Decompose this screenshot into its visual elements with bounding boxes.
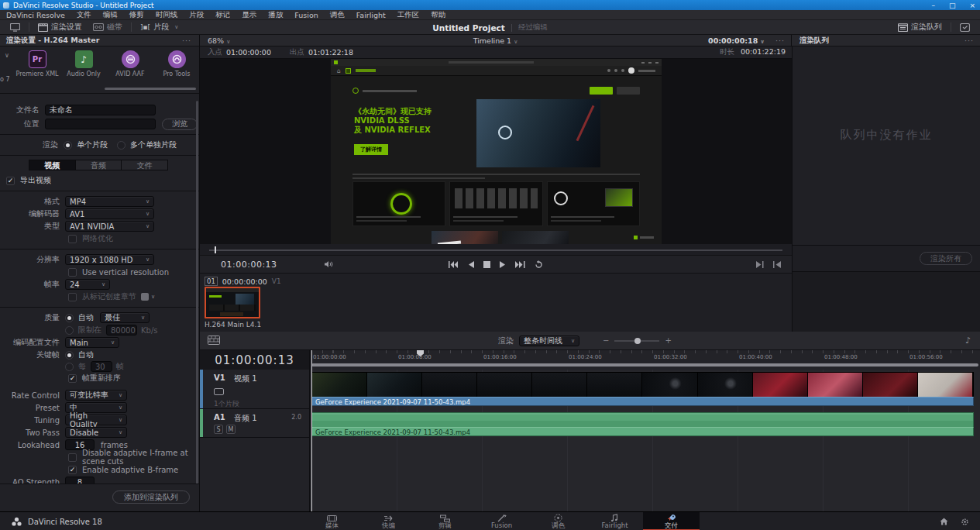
chevron-down-icon[interactable]: ∨ <box>151 294 155 300</box>
network-optimization-checkbox[interactable] <box>68 235 77 243</box>
menu-help[interactable]: 帮助 <box>431 10 445 20</box>
timeline-view-icon[interactable] <box>208 336 220 346</box>
stop-button[interactable] <box>483 261 490 268</box>
radio-keyframes-auto[interactable] <box>65 351 74 360</box>
page-deliver[interactable]: 交付 <box>643 512 700 530</box>
radio-quality-restrict[interactable] <box>65 326 74 335</box>
video-track-header[interactable]: V1 视频 1 1个片段 <box>200 370 309 409</box>
preset-pro-tools[interactable]: Pro Tools <box>153 50 199 77</box>
page-color[interactable]: 调色 <box>530 512 586 530</box>
play-reverse-button[interactable] <box>468 261 474 268</box>
menu-color[interactable]: 调色 <box>330 10 345 20</box>
mute-button[interactable]: M <box>226 425 236 434</box>
panel-layout-toggle[interactable] <box>954 22 975 33</box>
video-clip[interactable]: GeForce Experience 2021-09-07 11-50-43.m… <box>311 372 974 406</box>
options-menu-icon[interactable]: ··· <box>182 36 191 45</box>
last-frame-button[interactable] <box>515 261 525 268</box>
viewer-stage[interactable]: ⌂ 《永劫无间》现已支持 NVIDIA DLSS 及 NVIDIA REFLEX <box>200 59 792 244</box>
two-pass-select[interactable]: Disable∨ <box>65 427 127 438</box>
play-from-in-button[interactable] <box>773 261 781 268</box>
framerate-select[interactable]: 24∨ <box>65 279 110 290</box>
menu-trim[interactable]: 修剪 <box>129 10 144 20</box>
close-button[interactable]: × <box>969 2 975 9</box>
bitrate-input[interactable]: 80000 <box>106 325 137 336</box>
settings-gear-button[interactable] <box>961 518 969 526</box>
zoom-out-icon[interactable]: − <box>603 336 609 345</box>
track-lanes[interactable]: GeForce Experience 2021-09-07 11-50-43.m… <box>310 370 980 511</box>
scrub-playhead[interactable] <box>215 246 216 253</box>
menu-fusion[interactable]: Fusion <box>294 11 318 19</box>
preset-premiere-xml[interactable]: Pr Premiere XML <box>14 50 60 77</box>
menu-davinci-resolve[interactable]: DaVinci Resolve <box>6 11 65 19</box>
marker-color-swatch[interactable] <box>141 293 149 301</box>
page-cut[interactable]: 快编 <box>360 512 417 530</box>
tab-audio[interactable]: 音频 <box>76 160 122 170</box>
render-mode-select[interactable]: 整条时间线∨ <box>519 336 579 346</box>
frame-reordering-checkbox[interactable]: ✓ <box>68 374 77 383</box>
maximize-button[interactable]: □ <box>949 2 956 9</box>
radio-multiple-clips[interactable] <box>117 141 126 150</box>
radio-single-clip[interactable] <box>64 141 72 150</box>
zoom-slider-handle[interactable] <box>634 338 641 344</box>
viewer-timecode[interactable]: 00:00:00:18∨ <box>708 36 765 45</box>
loop-button[interactable] <box>535 260 543 269</box>
menu-file[interactable]: 文件 <box>77 10 91 20</box>
export-video-checkbox[interactable]: ✓ <box>6 177 15 185</box>
auto-select-icon[interactable] <box>214 388 224 395</box>
radio-keyframes-every[interactable] <box>65 363 74 371</box>
menu-fairlight[interactable]: Fairlight <box>356 11 386 19</box>
page-edit[interactable]: 剪辑 <box>417 512 473 530</box>
preset-audio-only[interactable]: ♪ Audio Only <box>60 50 107 77</box>
vertical-resolution-checkbox[interactable] <box>68 268 77 277</box>
radio-quality-auto[interactable] <box>65 314 74 322</box>
timeline-scrollbar[interactable] <box>311 363 978 367</box>
preset-scrollbar[interactable] <box>105 88 196 90</box>
preset-partial[interactable]: ∨ o 7 <box>0 50 14 83</box>
tape-button[interactable]: 磁带 <box>88 22 128 33</box>
menu-playback[interactable]: 播放 <box>268 10 283 20</box>
play-to-out-button[interactable] <box>756 261 764 268</box>
render-settings-button[interactable]: 渲染设置 <box>33 22 88 33</box>
render-queue-toggle-button[interactable]: 渲染队列 <box>892 22 947 33</box>
page-fusion[interactable]: Fusion <box>473 512 530 530</box>
clean-feed-icon[interactable] <box>5 22 26 33</box>
home-button[interactable] <box>940 518 948 525</box>
clip-mode-button[interactable]: ]▪[ 片段 ∨ <box>135 22 184 33</box>
type-select[interactable]: AV1 NVIDIA∨ <box>65 221 154 232</box>
page-fairlight[interactable]: Fairlight <box>586 512 643 530</box>
adaptive-iframe-checkbox[interactable] <box>68 453 77 462</box>
first-frame-button[interactable] <box>449 261 459 268</box>
settings-scrollbar[interactable] <box>196 101 198 504</box>
tab-file[interactable]: 文件 <box>122 160 167 170</box>
chapters-checkbox[interactable] <box>68 293 77 301</box>
filename-input[interactable]: 未命名 <box>45 105 156 115</box>
audio-track-header[interactable]: A1 音频 1 2.0 S M <box>200 409 309 438</box>
location-input[interactable] <box>45 119 156 129</box>
queue-options-icon[interactable]: ··· <box>965 36 974 45</box>
timeline-ruler[interactable]: 01:00:00:00 01:00:08:00 01:00:16:00 01:0… <box>310 350 980 370</box>
timeline-select[interactable]: Timeline 1∨ <box>200 36 791 45</box>
menu-edit[interactable]: 编辑 <box>103 10 118 20</box>
viewer-options-icon[interactable]: ··· <box>775 36 785 45</box>
page-media[interactable]: 媒体 <box>304 512 360 530</box>
format-select[interactable]: MP4∨ <box>65 196 154 207</box>
menu-timeline[interactable]: 时间线 <box>156 10 178 20</box>
menu-view[interactable]: 显示 <box>242 10 256 20</box>
profile-select[interactable]: Main∨ <box>65 337 119 348</box>
tuning-select[interactable]: High Quality∨ <box>65 415 127 425</box>
menu-clip[interactable]: 片段 <box>189 10 204 20</box>
scrub-track[interactable] <box>209 250 782 251</box>
add-to-render-queue-button[interactable]: 添加到渲染队列 <box>112 490 190 504</box>
playhead-line[interactable] <box>311 350 312 511</box>
adaptive-bframe-checkbox[interactable]: ✓ <box>68 466 77 474</box>
minimize-button[interactable]: – <box>931 2 935 9</box>
browse-button[interactable]: 浏览 <box>162 119 198 130</box>
render-all-button[interactable]: 渲染所有 <box>920 252 972 265</box>
render-clip-thumbnail[interactable] <box>205 287 260 318</box>
audio-waveform-toggle-icon[interactable]: ♪ <box>965 336 971 346</box>
audio-clip[interactable]: GeForce Experience 2021-09-07 11-50-43.m… <box>311 412 974 436</box>
quality-level-select[interactable]: 最佳∨ <box>100 312 150 323</box>
viewer-scrub-bar[interactable] <box>200 244 792 256</box>
play-button[interactable] <box>500 261 506 268</box>
menu-workspace[interactable]: 工作区 <box>397 10 420 20</box>
